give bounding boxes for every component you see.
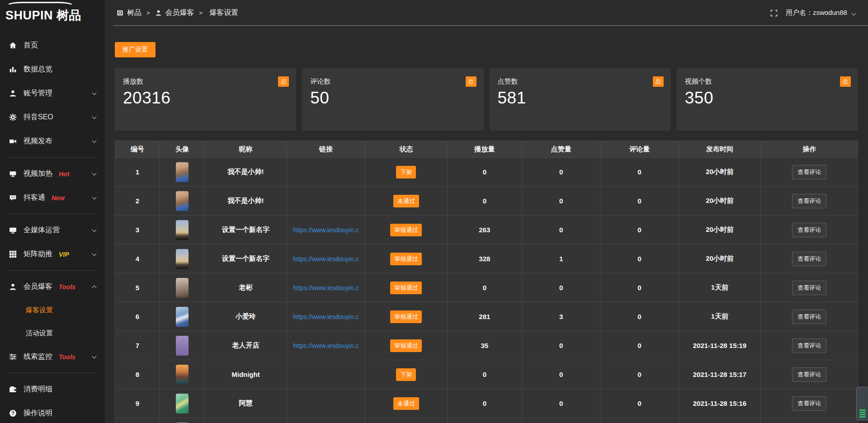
app-logo[interactable]: SHUPIN 树品 xyxy=(0,0,105,26)
breadcrumb-separator: > xyxy=(199,9,203,16)
cell-action: 查看评论 xyxy=(761,216,858,244)
bar-chart-icon xyxy=(9,66,17,73)
cell-link: https://www.iesdouyin.c xyxy=(287,302,365,331)
cell-avatar xyxy=(160,418,205,423)
video-link[interactable]: https://www.iesdouyin.c xyxy=(293,255,359,263)
table-row: 7老人开店https://www.iesdouyin.c审核通过35002021… xyxy=(115,331,858,360)
fullscreen-icon[interactable] xyxy=(770,9,778,17)
table-row xyxy=(115,418,858,423)
status-badge: 下架 xyxy=(396,166,416,179)
avatar xyxy=(176,191,189,211)
comments-count: 0 xyxy=(637,342,641,349)
sidebar-item[interactable]: 抖客通New xyxy=(0,186,105,210)
plays-count: 0 xyxy=(483,400,486,407)
publish-time: 20小时前 xyxy=(706,226,734,233)
plays-count: 0 xyxy=(483,284,486,291)
likes-count: 0 xyxy=(559,400,563,407)
sidebar-subitem-label: 爆客设置 xyxy=(26,306,53,315)
breadcrumb-item-member[interactable]: 会员爆客 xyxy=(165,8,194,18)
app-square-icon xyxy=(117,9,123,16)
status-badge: 审核通过 xyxy=(390,253,422,265)
row-id: 8 xyxy=(136,371,139,378)
video-link[interactable]: https://www.iesdouyin.c xyxy=(293,342,359,349)
sidebar-item-label: 抖客通 xyxy=(24,193,45,202)
sidebar-subitem[interactable]: 爆客设置 xyxy=(0,299,105,322)
cell-likes xyxy=(522,418,600,423)
sidebar-divider xyxy=(7,270,98,271)
video-link[interactable]: https://www.iesdouyin.c xyxy=(293,284,359,291)
cell-action: 查看评论 xyxy=(761,273,858,302)
sidebar-item[interactable]: 矩阵助推VIP xyxy=(0,242,105,266)
floating-service-widget[interactable] xyxy=(856,387,868,420)
cell-action: 查看评论 xyxy=(761,360,858,389)
sliders-icon xyxy=(9,353,17,361)
plays-count: 0 xyxy=(483,371,486,378)
view-comments-button[interactable]: 查看评论 xyxy=(792,310,826,324)
row-id: 1 xyxy=(136,168,139,176)
sidebar-item[interactable]: 视频加热Hot xyxy=(0,162,105,186)
view-comments-button[interactable]: 查看评论 xyxy=(792,194,826,208)
cell-link: https://www.iesdouyin.c xyxy=(287,273,365,302)
sidebar-item-label: 首页 xyxy=(24,41,38,50)
view-comments-button[interactable]: 查看评论 xyxy=(792,252,826,266)
sidebar-item[interactable]: 消费明细 xyxy=(0,377,105,401)
nickname: 小爱玲 xyxy=(236,312,256,320)
cell-id: 2 xyxy=(115,187,160,216)
sidebar-item[interactable]: 全媒体运营 xyxy=(0,218,105,242)
chevron-down-icon xyxy=(92,114,97,119)
view-comments-button[interactable]: 查看评论 xyxy=(792,338,826,353)
sidebar-item-label: 抖音SEO xyxy=(24,113,53,122)
sidebar-item[interactable]: 线索监控Tools xyxy=(0,345,105,369)
sidebar-subitem[interactable]: 活动设置 xyxy=(0,322,105,345)
sidebar-item[interactable]: 账号管理 xyxy=(0,81,105,105)
chevron-up-icon xyxy=(92,286,97,290)
view-comments-button[interactable]: 查看评论 xyxy=(792,281,826,295)
sidebar-item-label: 视频加热 xyxy=(24,169,52,179)
stat-card-likes: 点赞数 581 总 xyxy=(490,68,671,131)
cell-comments: 0 xyxy=(600,389,679,418)
publish-time: 2021-11-28 15:17 xyxy=(693,371,746,378)
view-comments-button[interactable]: 查看评论 xyxy=(792,367,826,382)
sidebar-item-label: 操作说明 xyxy=(24,409,52,418)
username-dropdown[interactable]: 用户名：zswodun88 xyxy=(786,9,855,17)
view-comments-button[interactable]: 查看评论 xyxy=(792,396,826,411)
cell-nickname: 老彬 xyxy=(205,273,287,302)
cell-nickname: 我不是小帅! xyxy=(205,158,287,187)
breadcrumb-item-home[interactable]: 树品 xyxy=(127,8,142,18)
sidebar-badge: Tools xyxy=(59,353,75,361)
video-link[interactable]: https://www.iesdouyin.c xyxy=(293,313,359,320)
total-badge: 总 xyxy=(653,76,664,87)
table-row: 3设置一个新名字https://www.iesdouyin.c审核通过26300… xyxy=(115,216,858,244)
sidebar-item[interactable]: 抖音SEO xyxy=(0,105,105,129)
cell-link xyxy=(287,389,365,418)
sidebar-item[interactable]: 首页 xyxy=(0,33,105,57)
cell-nickname xyxy=(205,418,287,423)
cell-id: 1 xyxy=(115,158,160,187)
column-header: 状态 xyxy=(365,141,448,158)
plays-count: 281 xyxy=(479,313,490,320)
cell-avatar xyxy=(160,389,205,418)
sidebar-item[interactable]: 会员爆客Tools xyxy=(0,275,105,299)
gear-icon xyxy=(9,113,17,121)
likes-count: 1 xyxy=(559,255,563,263)
view-comments-button[interactable]: 查看评论 xyxy=(792,223,826,237)
chevron-down-icon xyxy=(92,227,97,232)
sidebar-item[interactable]: 视频发布 xyxy=(0,129,105,153)
sidebar-item[interactable]: 数据总览 xyxy=(0,57,105,81)
video-link[interactable]: https://www.iesdouyin.c xyxy=(293,226,359,234)
top-bar: 树品 > 会员爆客 > 爆客设置 用户名：zswodun88 xyxy=(105,0,868,26)
cell-id xyxy=(115,418,160,423)
cell-time: 20小时前 xyxy=(679,187,761,216)
likes-count: 0 xyxy=(559,284,563,291)
chevron-down-icon xyxy=(852,11,856,16)
stat-value: 20316 xyxy=(123,89,288,108)
cell-time xyxy=(679,418,761,423)
status-badge: 审核通过 xyxy=(390,224,422,236)
sidebar-badge: VIP xyxy=(59,251,69,258)
comments-count: 0 xyxy=(637,168,641,176)
total-badge: 总 xyxy=(278,76,289,87)
logo-text: SHUPIN 树品 xyxy=(5,7,81,24)
sidebar-item[interactable]: ?操作说明 xyxy=(0,401,105,423)
promo-settings-button[interactable]: 推广设置 xyxy=(115,42,156,57)
view-comments-button[interactable]: 查看评论 xyxy=(792,165,826,179)
